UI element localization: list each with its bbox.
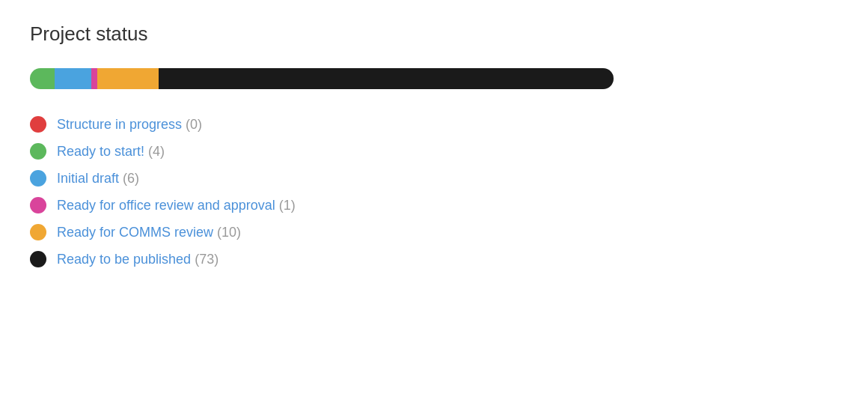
legend-dot-office-review <box>30 197 46 213</box>
legend-count-initial-draft: (6) <box>123 171 139 186</box>
legend-dot-initial-draft <box>30 170 46 187</box>
progress-bar <box>30 68 614 89</box>
legend-count-ready-to-start: (4) <box>148 144 165 159</box>
legend-label-comms-review: Ready for COMMS review (10) <box>57 225 241 240</box>
legend-count-office-review: (1) <box>279 198 296 213</box>
legend-item-ready-to-start[interactable]: Ready to start! (4) <box>30 143 838 160</box>
legend-dot-ready-to-publish <box>30 251 46 267</box>
progress-segment-comms-review <box>97 68 159 89</box>
legend-item-structure-in-progress[interactable]: Structure in progress (0) <box>30 116 838 133</box>
legend-item-ready-to-publish[interactable]: Ready to be published (73) <box>30 251 838 267</box>
legend-list: Structure in progress (0)Ready to start!… <box>30 116 838 267</box>
legend-item-comms-review[interactable]: Ready for COMMS review (10) <box>30 224 838 240</box>
legend-label-office-review: Ready for office review and approval (1) <box>57 198 296 213</box>
legend-label-ready-to-publish: Ready to be published (73) <box>57 252 218 267</box>
legend-label-initial-draft: Initial draft (6) <box>57 171 139 187</box>
legend-item-initial-draft[interactable]: Initial draft (6) <box>30 170 838 187</box>
legend-dot-ready-to-start <box>30 143 46 160</box>
progress-segment-ready-to-start <box>30 68 55 89</box>
page-title: Project status <box>30 22 838 46</box>
legend-count-ready-to-publish: (73) <box>195 252 218 267</box>
legend-item-office-review[interactable]: Ready for office review and approval (1) <box>30 197 838 213</box>
legend-label-ready-to-start: Ready to start! (4) <box>57 144 165 160</box>
legend-label-structure-in-progress: Structure in progress (0) <box>57 117 202 133</box>
progress-segment-office-review <box>91 68 97 89</box>
legend-dot-structure-in-progress <box>30 116 46 133</box>
progress-segment-ready-to-publish <box>159 68 614 89</box>
legend-count-structure-in-progress: (0) <box>186 117 202 132</box>
legend-dot-comms-review <box>30 224 46 240</box>
progress-segment-initial-draft <box>55 68 91 89</box>
legend-count-comms-review: (10) <box>217 225 241 240</box>
